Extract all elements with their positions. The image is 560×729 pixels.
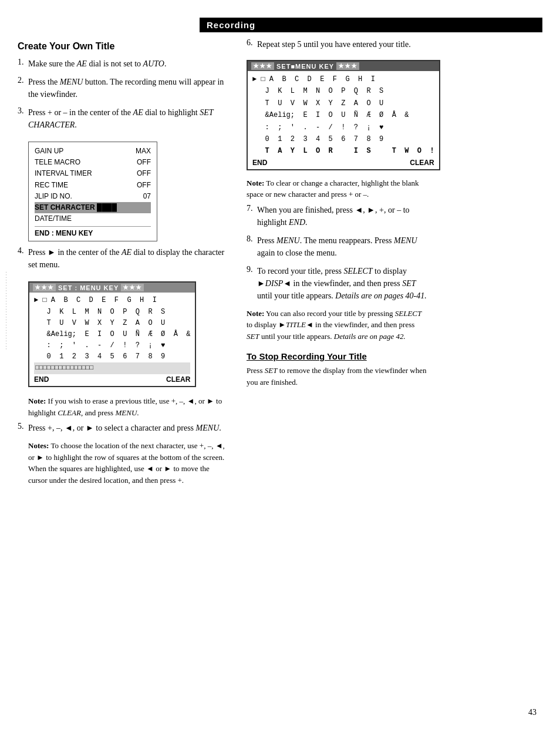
char-footer-1: END CLEAR (34, 375, 190, 384)
char-row-2-7: T A Y L O R I S T W O ! (252, 145, 434, 157)
page-number: 43 (528, 708, 537, 717)
char-header-text1: SET : MENU KEY (58, 284, 119, 291)
char-row-2-4: &Aelig; E I O U Ñ Æ Ø Å & (252, 109, 434, 121)
step-5-note: Notes: To choose the location of the nex… (28, 440, 229, 486)
char-row-1-1: ► □ A B C D E F G H I (34, 295, 190, 306)
header-bar: Recording (200, 18, 542, 32)
step-1: 1. Make sure the AE dial is not set to A… (18, 58, 229, 70)
menu-value-gain: MAX (136, 146, 151, 157)
char-footer2-end: END (252, 159, 267, 167)
step-2: 2. Press the MENU button. The recording … (18, 76, 229, 100)
note-erase: Note: If you wish to erase a previous ti… (28, 395, 229, 418)
step-9-content: To record your title, press SELECT to di… (257, 265, 429, 302)
step-8-num: 8. (247, 234, 257, 244)
menu-end-label: END : MENU KEY (35, 229, 93, 237)
step-6-num: 6. (247, 38, 257, 48)
menu-label-datetime: DATE/TIME (35, 213, 72, 224)
menu-value-jlip: 07 (143, 191, 151, 202)
menu-label-setchar: SET CHARACTER ████ (35, 202, 117, 213)
step-4-num: 4. (18, 246, 28, 256)
step-8: 8. Press MENU. The menu reappears. Press… (247, 234, 429, 259)
char-row-1-5: : ; ' . - / ! ? ¡ ♥ (34, 340, 190, 351)
step-9-num: 9. (247, 265, 257, 274)
menu-row-rectime: REC TIME OFF (35, 180, 151, 191)
subsection-stop-recording: To Stop Recording Your Title (247, 351, 429, 361)
char-row-1-4: &Aelig; E I O U Ñ Æ Ø Å & (34, 329, 190, 340)
char-row-1-2: J K L M N O P Q R S (34, 307, 190, 318)
menu-label-tele: TELE MACRO (35, 157, 80, 168)
step-8-content: Press MENU. The menu reappears. Press ME… (257, 234, 429, 259)
char-display-1-header: ★★★ SET : MENU KEY ★★★ (29, 283, 195, 293)
char-display-1: ★★★ SET : MENU KEY ★★★ ► □ A B C D E F G… (28, 281, 196, 387)
menu-box: GAIN UP MAX TELE MACRO OFF INTERVAL TIME… (28, 142, 157, 241)
step-3: 3. Press + or – in the center of the AE … (18, 106, 229, 131)
note-clear-change: Note: To clear or change a character, hi… (247, 177, 429, 200)
menu-label-rectime: REC TIME (35, 180, 68, 191)
step-4: 4. Press ► in the center of the AE dial … (18, 246, 229, 271)
content-area: Create Your Own Title 1. Make sure the A… (0, 38, 560, 486)
menu-end-row: END : MENU KEY (35, 229, 151, 237)
char-bottom-squares: □□□□□□□□□□□□□□□ (34, 362, 190, 374)
menu-row-setchar: SET CHARACTER ████ (35, 202, 151, 213)
char-row-2-2: J K L M N O P Q R S (252, 85, 434, 97)
menu-row-jlip: JLIP ID NO. 07 (35, 191, 151, 202)
char-header2-icon1: ★★★ (251, 62, 274, 70)
note-select-title: Note: You can also record your title by … (247, 308, 429, 342)
char-header-icon1: ★★★ (33, 284, 56, 291)
char-footer2-clear: CLEAR (410, 159, 434, 167)
menu-row-tele: TELE MACRO OFF (35, 157, 151, 168)
menu-label-gain: GAIN UP (35, 146, 63, 157)
char-row-1-3: T U V W X Y Z A O U (34, 318, 190, 329)
menu-row-datetime: DATE/TIME (35, 213, 151, 224)
char-display-2-header: ★★★ SET■MENU KEY ★★★ (248, 61, 439, 71)
menu-value-interval: OFF (137, 168, 151, 179)
menu-divider (35, 226, 151, 227)
menu-value-tele: OFF (137, 157, 151, 168)
section-title: Create Your Own Title (18, 41, 229, 52)
right-column: 6. Repeat step 5 until you have entered … (241, 38, 429, 486)
header-title: Recording (207, 20, 255, 30)
left-margin-decoration: · · · · · · · · · · · · · · · · · · · · … (3, 271, 9, 350)
step-5: 5. Press +, –, ◄, or ► to select a chara… (18, 422, 229, 434)
step-2-content: Press the MENU button. The recording men… (28, 76, 229, 100)
step-6: 6. Repeat step 5 until you have entered … (247, 38, 429, 51)
step-3-num: 3. (18, 106, 28, 116)
char-row-2-3: T U V W X Y Z A O U (252, 98, 434, 109)
stop-recording-text: Press SET to remove the display from the… (247, 365, 429, 388)
char-footer-end: END (34, 375, 49, 384)
char-footer-clear: CLEAR (166, 375, 190, 384)
menu-row-interval: INTERVAL TIMER OFF (35, 168, 151, 179)
step-9: 9. To record your title, press SELECT to… (247, 265, 429, 302)
char-row-2-5: : ; ' . - / ! ? ¡ ♥ (252, 122, 434, 133)
page: Recording Create Your Own Title 1. Make … (0, 18, 560, 729)
char-footer-2: END CLEAR (252, 159, 434, 167)
step-4-content: Press ► in the center of the AE dial to … (28, 246, 229, 271)
left-column: Create Your Own Title 1. Make sure the A… (18, 38, 241, 486)
step-3-content: Press + or – in the center of the AE dia… (28, 106, 229, 131)
step-5-content: Press +, –, ◄, or ► to select a characte… (28, 422, 221, 434)
menu-value-rectime: OFF (137, 180, 151, 191)
step-2-num: 2. (18, 76, 28, 85)
char-header2-icon2: ★★★ (336, 62, 359, 70)
step-1-num: 1. (18, 58, 28, 67)
menu-row-gain: GAIN UP MAX (35, 146, 151, 157)
char-header-icon2: ★★★ (121, 284, 144, 291)
step-6-content: Repeat step 5 until you have entered you… (257, 38, 411, 51)
step-7-content: When you are finished, press ◄, ►, +, or… (257, 204, 429, 229)
char-row-2-1: ► □ A B C D E F G H I (252, 73, 434, 85)
subsection-stop-label: To Stop Recording Your Title (247, 351, 367, 361)
char-row-1-6: 0 1 2 3 4 5 6 7 8 9 (34, 351, 190, 362)
menu-label-interval: INTERVAL TIMER (35, 168, 92, 179)
char-header2-text: SET■MENU KEY (276, 63, 334, 70)
menu-label-jlip: JLIP ID NO. (35, 191, 72, 202)
step-7: 7. When you are finished, press ◄, ►, +,… (247, 204, 429, 229)
step-7-num: 7. (247, 204, 257, 213)
step-5-num: 5. (18, 422, 28, 431)
step-1-content: Make sure the AE dial is not set to AUTO… (28, 58, 166, 70)
char-display-2: ★★★ SET■MENU KEY ★★★ ► □ A B C D E F G H… (247, 60, 440, 170)
char-row-2-6: 0 1 2 3 4 5 6 7 8 9 (252, 133, 434, 145)
